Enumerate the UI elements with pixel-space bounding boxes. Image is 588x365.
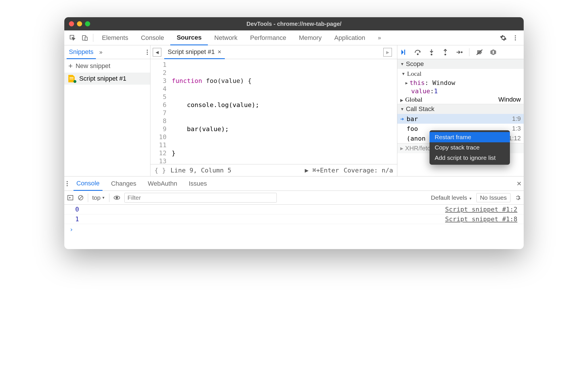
svg-point-5 — [444, 54, 446, 55]
callstack-section-header[interactable]: ▼Call Stack — [397, 104, 524, 114]
cursor-position: Line 9, Column 5 — [171, 167, 231, 174]
console-filter-input[interactable] — [124, 193, 277, 203]
scope-section-header[interactable]: ▼Scope — [397, 59, 524, 69]
message-source-link[interactable]: Script snippet #1:2 — [445, 206, 517, 213]
tab-console[interactable]: Console — [135, 30, 171, 45]
console-drawer: Console Changes WebAuthn Issues × top ▼ … — [64, 176, 524, 249]
console-message[interactable]: 1 Script snippet #1:8 — [64, 214, 524, 224]
resume-icon[interactable] — [400, 48, 408, 56]
step-into-icon[interactable] — [428, 48, 435, 56]
tab-elements[interactable]: Elements — [96, 30, 135, 45]
svg-rect-9 — [493, 51, 494, 54]
log-levels-select[interactable]: Default levels ▼ — [431, 194, 472, 201]
drawer-tab-changes[interactable]: Changes — [108, 176, 139, 191]
clear-console-icon[interactable] — [78, 195, 84, 201]
callstack-frame[interactable]: ➔ bar 1:9 — [397, 114, 524, 124]
deactivate-breakpoints-icon[interactable] — [476, 48, 483, 56]
show-navigator-icon[interactable]: ◀ — [153, 48, 161, 57]
menu-item-restart-frame[interactable]: Restart frame — [430, 132, 510, 142]
drawer-tabstrip: Console Changes WebAuthn Issues × — [64, 176, 524, 191]
inspect-icon[interactable] — [67, 32, 78, 43]
step-out-icon[interactable] — [442, 48, 449, 56]
more-tabs-icon[interactable]: » — [372, 30, 387, 45]
traffic-lights — [69, 21, 90, 26]
line-gutter: 12345678910111213 — [150, 59, 170, 164]
menu-item-ignore-script[interactable]: Add script to ignore list — [430, 153, 510, 163]
minimize-window-button[interactable] — [77, 21, 82, 26]
code-editor: 12345678910111213 function foo(value) { … — [150, 59, 397, 176]
settings-icon[interactable] — [498, 32, 509, 43]
console-toolbar: top ▼ Default levels ▼ No Issues — [64, 191, 524, 205]
scope-global-header[interactable]: ▶ GlobalWindow — [397, 95, 524, 104]
console-prompt[interactable]: › — [64, 224, 524, 235]
editor-statusbar: { } Line 9, Column 5 ▶ ⌘+Enter Coverage:… — [150, 164, 397, 176]
drawer-tab-console[interactable]: Console — [74, 177, 102, 191]
titlebar: DevTools - chrome://new-tab-page/ — [64, 17, 524, 30]
scope-variable[interactable]: value: 1 — [397, 87, 524, 95]
show-debugger-icon[interactable]: ▶ — [383, 48, 392, 57]
snippets-tab[interactable]: Snippets — [67, 46, 96, 59]
drawer-tab-webauthn[interactable]: WebAuthn — [145, 176, 180, 191]
device-toggle-icon[interactable] — [79, 32, 90, 43]
pretty-print-icon[interactable]: { } — [154, 167, 166, 174]
tab-application[interactable]: Application — [328, 30, 372, 45]
snippet-name: Script snippet #1 — [79, 75, 126, 82]
context-menu: Restart frame Copy stack trace Add scrip… — [430, 130, 510, 165]
svg-line-12 — [79, 196, 82, 199]
debugger-controls — [397, 45, 524, 59]
pause-exceptions-icon[interactable] — [490, 48, 497, 56]
more-menu-icon[interactable] — [510, 32, 521, 43]
tab-sources[interactable]: Sources — [170, 31, 208, 45]
menu-item-copy-stack[interactable]: Copy stack trace — [430, 142, 510, 153]
live-expression-icon[interactable] — [113, 194, 120, 201]
step-icon[interactable] — [455, 48, 463, 56]
drawer-tab-issues[interactable]: Issues — [186, 176, 210, 191]
navigator-sidebar: + New snippet Script snippet #1 — [64, 59, 150, 176]
tab-performance[interactable]: Performance — [244, 30, 293, 45]
coverage-label: Coverage: n/a — [344, 167, 393, 174]
message-source-link[interactable]: Script snippet #1:8 — [445, 215, 517, 223]
execution-context-select[interactable]: top ▼ — [88, 193, 109, 202]
editor-file-tab[interactable]: Script snippet #1 × — [164, 46, 225, 59]
devtools-window: DevTools - chrome://new-tab-page/ Elemen… — [64, 17, 524, 249]
current-frame-icon: ➔ — [400, 115, 407, 123]
drawer-menu-icon[interactable] — [67, 181, 68, 186]
svg-point-6 — [461, 51, 463, 53]
console-message[interactable]: 0 Script snippet #1:2 — [64, 205, 524, 214]
step-over-icon[interactable] — [414, 48, 421, 56]
window-title: DevTools - chrome://new-tab-page/ — [90, 21, 498, 27]
maximize-window-button[interactable] — [85, 21, 90, 26]
svg-point-3 — [417, 53, 419, 55]
navigator-tabs: Snippets » — [64, 45, 150, 59]
no-issues-button[interactable]: No Issues — [476, 193, 510, 202]
modified-indicator-icon — [74, 80, 76, 83]
svg-point-14 — [116, 197, 118, 199]
close-drawer-icon[interactable]: × — [517, 179, 521, 188]
scope-variable[interactable]: ▶this: Window — [397, 79, 524, 87]
console-output: 0 Script snippet #1:2 1 Script snippet #… — [64, 205, 524, 249]
main-tabstrip: Elements Console Sources Network Perform… — [64, 30, 524, 45]
console-sidebar-icon[interactable] — [67, 195, 74, 201]
editor-file-name: Script snippet #1 — [168, 48, 215, 56]
tab-network[interactable]: Network — [208, 30, 244, 45]
snippet-list-item[interactable]: Script snippet #1 — [64, 73, 150, 85]
scope-local-header[interactable]: ▼Local — [397, 69, 524, 79]
editor-tabstrip: ◀ Script snippet #1 × ▶ — [150, 45, 397, 59]
tab-memory[interactable]: Memory — [293, 30, 328, 45]
code-content[interactable]: function foo(value) { console.log(value)… — [170, 59, 397, 164]
navigator-menu-icon[interactable] — [147, 50, 148, 55]
sources-subheader: Snippets » ◀ Script snippet #1 × ▶ — [64, 45, 524, 59]
close-window-button[interactable] — [69, 21, 74, 26]
more-navigator-icon[interactable]: » — [99, 49, 102, 55]
console-settings-icon[interactable] — [514, 195, 521, 201]
svg-rect-2 — [85, 37, 87, 40]
plus-icon: + — [68, 61, 73, 70]
close-tab-icon[interactable]: × — [218, 48, 221, 56]
svg-point-4 — [431, 54, 432, 55]
run-snippet-button[interactable]: ▶ ⌘+Enter — [305, 167, 339, 174]
new-snippet-button[interactable]: + New snippet — [64, 59, 150, 73]
